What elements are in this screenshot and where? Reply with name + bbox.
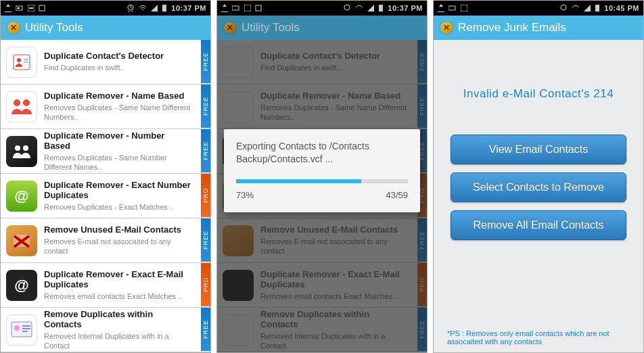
screen-remove-junk: 10:45 PM ✕ Remove Junk Emails Invalid e-…	[433, 0, 644, 353]
contact-card-icon	[6, 47, 37, 78]
remove-junk-body: Invalid e-Mail Contact's 214 View Email …	[434, 40, 643, 352]
title-text: Remove Junk Emails	[458, 21, 566, 34]
list-item[interactable]: Duplicate Remover - Number Based Removes…	[1, 129, 210, 174]
at-icon	[6, 181, 37, 212]
svg-rect-25	[244, 5, 251, 11]
svg-rect-4	[39, 5, 45, 11]
list-item-title: Remove Unused E-Mail Contacts	[44, 225, 193, 235]
close-icon[interactable]: ✕	[440, 22, 453, 34]
progress-bar	[236, 179, 408, 183]
tools-list: Duplicate Contact's Detector Find Duplic…	[1, 40, 210, 352]
list-item-title: Duplicate Remover - Name Based	[44, 91, 193, 101]
status-left-icons	[438, 4, 467, 12]
list-item-subtitle: Removes Duplicates - Same Name Different…	[44, 103, 193, 122]
status-time: 10:37 PM	[388, 4, 423, 12]
svg-rect-1	[17, 7, 20, 9]
progress-bar-fill	[236, 179, 361, 183]
list-item-title: Duplicate Contact's Detector	[44, 51, 193, 61]
close-icon[interactable]: ✕	[224, 22, 236, 34]
id-card-icon	[6, 314, 37, 346]
title-bar: ✕ Utility Tools	[217, 16, 427, 40]
people-icon	[6, 91, 37, 122]
svg-point-12	[23, 99, 30, 106]
select-contacts-remove-button[interactable]: Select Contacts to Remove	[451, 172, 626, 202]
contacts-group-icon	[6, 136, 37, 167]
svg-point-14	[23, 145, 28, 151]
status-bar: 10:37 PM	[1, 1, 210, 16]
progress-count: 43/59	[386, 190, 408, 200]
list-item-title: Remove Duplicates within Contacts	[44, 309, 193, 329]
svg-rect-3	[29, 7, 33, 9]
list-item[interactable]: @ Duplicate Remover - Exact E-Mail Dupli…	[1, 263, 210, 308]
invalid-email-headline: Invalid e-Mail Contact's 214	[447, 87, 630, 101]
svg-rect-28	[379, 5, 383, 11]
svg-point-11	[14, 99, 20, 106]
status-time: 10:37 PM	[171, 4, 206, 12]
list-item-subtitle: Removes E-mail not assocaited to any con…	[44, 237, 193, 256]
headline-label: Invalid e-Mail Contact's	[463, 87, 590, 100]
at-dark-icon: @	[6, 270, 37, 301]
list-item[interactable]: Duplicate Remover - Exact Number Duplica…	[1, 174, 210, 218]
pro-ribbon: PRO	[201, 174, 210, 217]
progress-percent: 73%	[236, 190, 254, 200]
free-ribbon: FREE	[201, 40, 210, 83]
svg-point-13	[15, 145, 20, 151]
svg-rect-20	[22, 331, 28, 332]
list-item[interactable]: Remove Duplicates within Contacts Remove…	[1, 308, 210, 352]
list-item[interactable]: Remove Unused E-Mail Contacts Removes E-…	[1, 218, 210, 263]
list-item-subtitle: Removes Duplicates - Same Number Differe…	[44, 154, 193, 172]
export-progress-dialog: Exporting Contacts to /Contacts Backup/C…	[224, 129, 420, 212]
svg-point-17	[14, 325, 20, 331]
svg-point-31	[561, 5, 566, 10]
list-item-subtitle: Find Duplicates in swift..	[44, 64, 193, 73]
title-bar: ✕ Utility Tools	[1, 16, 210, 40]
view-email-contacts-button[interactable]: View Email Contacts	[451, 135, 626, 164]
list-item-title: Duplicate Remover - Number Based	[44, 131, 193, 151]
svg-rect-26	[256, 5, 261, 11]
svg-rect-9	[24, 59, 28, 60]
svg-rect-18	[22, 325, 30, 327]
svg-rect-24	[232, 6, 239, 10]
list-item-title: Duplicate Remover - Exact E-Mail Duplica…	[44, 269, 193, 289]
free-ribbon: FREE	[201, 129, 210, 172]
status-left-icons	[5, 4, 45, 12]
mail-remove-icon	[6, 225, 37, 256]
list-item-subtitle: Removed Internal Duplicates with in a Co…	[44, 332, 193, 351]
remove-all-email-contacts-button[interactable]: Remove All Email Contacts	[451, 210, 626, 240]
svg-rect-6	[162, 5, 166, 11]
list-item-title: Duplicate Remover - Exact Number Duplica…	[44, 180, 193, 200]
list-item-subtitle: Removes email contacts Exact Matches ..	[44, 292, 193, 302]
screen-utility-tools: 10:37 PM ✕ Utility Tools Duplicate Conta…	[0, 0, 211, 353]
svg-rect-29	[448, 6, 455, 10]
headline-count: 214	[593, 87, 614, 100]
title-text: Utility Tools	[242, 21, 300, 34]
screen-export-dialog: 10:37 PM ✕ Utility Tools Duplicate Conta…	[216, 0, 428, 353]
list-item[interactable]: Duplicate Contact's Detector Find Duplic…	[1, 40, 210, 85]
status-right-icons: 10:37 PM	[127, 4, 206, 12]
close-icon[interactable]: ✕	[7, 22, 20, 34]
status-bar: 10:37 PM	[217, 1, 427, 16]
svg-rect-19	[22, 328, 30, 329]
list-item[interactable]: Duplicate Remover - Name Based Removes D…	[1, 85, 210, 129]
svg-point-27	[344, 5, 350, 10]
svg-point-8	[17, 58, 21, 62]
title-bar: ✕ Remove Junk Emails	[434, 16, 643, 40]
status-bar: 10:45 PM	[434, 1, 643, 16]
svg-rect-30	[461, 5, 467, 11]
dialog-message: Exporting Contacts to /Contacts Backup/C…	[236, 140, 408, 166]
svg-rect-10	[24, 62, 28, 63]
status-right-icons: 10:45 PM	[559, 4, 639, 12]
pro-ribbon: PRO	[201, 263, 210, 306]
status-time: 10:45 PM	[604, 4, 639, 12]
free-ribbon: FREE	[201, 85, 210, 128]
free-ribbon: FREE	[201, 218, 210, 262]
free-ribbon: FREE	[201, 308, 210, 351]
status-right-icons: 10:37 PM	[343, 4, 423, 12]
svg-rect-32	[595, 5, 599, 11]
title-text: Utility Tools	[25, 21, 83, 34]
status-left-icons	[221, 4, 262, 12]
list-item-subtitle: Removes Duplicates - Exact Matches ..	[44, 203, 193, 212]
ps-note: *PS : Removes only email contacts which …	[447, 329, 630, 346]
